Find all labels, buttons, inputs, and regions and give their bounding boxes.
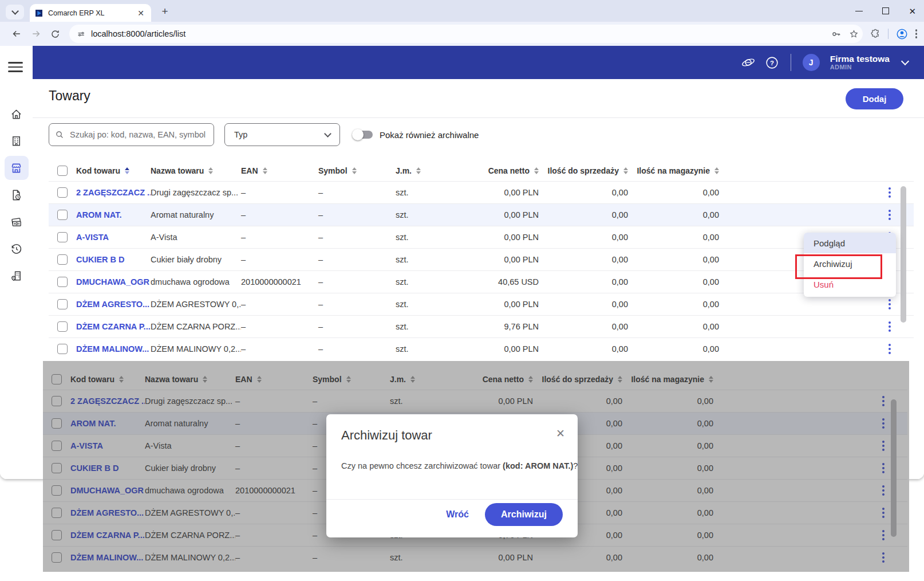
search-input[interactable] <box>69 129 208 140</box>
row-code-link[interactable]: A-VISTA <box>76 233 151 242</box>
row-ean: – <box>241 300 318 309</box>
header-qty-stock[interactable]: Ilość na magazynie <box>628 166 719 175</box>
table-row[interactable]: AROM NAT. Aromat naturalny – – szt. 0,00… <box>49 203 914 226</box>
tab-close-icon[interactable]: ✕ <box>135 8 147 18</box>
row-price: 0,00 PLN <box>456 210 539 219</box>
add-button[interactable]: Dodaj <box>846 88 903 109</box>
table-row[interactable]: DMUCHAWA_OGR dmuchawa ogrodowa 201000000… <box>49 270 914 293</box>
header-code[interactable]: Kod towaru <box>76 166 151 175</box>
extensions-puzzle-icon[interactable] <box>870 28 881 40</box>
header-price[interactable]: Cena netto <box>456 166 539 175</box>
building-icon <box>10 135 23 148</box>
new-tab-button[interactable]: + <box>158 5 172 18</box>
row-code-link[interactable]: 2 ZAGĘSZCZACZ ... <box>76 188 151 197</box>
row-qty-stock: 0,00 <box>628 344 719 354</box>
browser-tab-strip: Comarch ERP XL ✕ + ✕ <box>0 0 924 22</box>
header-unit[interactable]: J.m. <box>396 166 456 175</box>
table-row[interactable]: DŻEM CZARNA P... DŻEM CZARNA PORZ... – –… <box>49 315 914 337</box>
row-unit: szt. <box>396 210 456 219</box>
row-menu-icon[interactable] <box>889 299 891 309</box>
table-row[interactable]: 2 ZAGĘSZCZACZ ... Drugi zagęszczacz sp..… <box>49 181 914 203</box>
header-qty-sale[interactable]: Ilość do sprzedaży <box>539 166 628 175</box>
context-menu-preview[interactable]: Podgląd <box>804 233 896 253</box>
tab-search-button[interactable] <box>6 5 24 19</box>
sidebar-item-articles[interactable] <box>5 156 29 180</box>
sidebar-item-warehouses[interactable] <box>5 264 29 288</box>
type-select[interactable]: Typ <box>224 123 340 146</box>
user-avatar[interactable]: J <box>803 54 820 71</box>
table-scrollbar[interactable] <box>901 186 906 323</box>
table-row[interactable]: DŻEM AGRESTO... DŻEM AGRESTOWY 0,... – –… <box>49 293 914 315</box>
sidebar-item-documents[interactable] <box>5 183 29 207</box>
close-icon[interactable]: ✕ <box>556 427 565 440</box>
archived-toggle[interactable] <box>354 131 373 139</box>
row-code-link[interactable]: AROM NAT. <box>76 210 151 219</box>
window-minimize-button[interactable] <box>855 11 863 11</box>
bookmark-star-icon[interactable] <box>848 29 859 40</box>
window-maximize-button[interactable] <box>882 7 889 14</box>
row-symbol: – <box>318 210 396 219</box>
profile-avatar-icon[interactable] <box>895 28 909 41</box>
table-body: 2 ZAGĘSZCZACZ ... Drugi zagęszczacz sp..… <box>49 181 914 360</box>
password-key-icon[interactable] <box>831 29 842 40</box>
table-row[interactable]: DŻEM MALINOW... DŻEM MALINOWY 0,2... – –… <box>49 337 914 360</box>
back-button[interactable]: Wróć <box>446 509 469 520</box>
row-code-link[interactable]: DŻEM CZARNA P... <box>76 322 151 331</box>
row-checkbox[interactable] <box>57 277 68 287</box>
row-symbol: – <box>318 344 396 354</box>
search-input-box[interactable] <box>49 123 214 146</box>
table-row[interactable]: A-VISTA A-Vista – – szt. 0,00 PLN 0,00 0… <box>49 226 914 248</box>
row-checkbox[interactable] <box>57 210 68 220</box>
comarch-logo-icon[interactable] <box>741 55 756 70</box>
browser-tab[interactable]: Comarch ERP XL ✕ <box>30 4 151 22</box>
row-checkbox[interactable] <box>57 344 68 354</box>
row-checkbox[interactable] <box>57 299 68 309</box>
user-role: ADMIN <box>830 64 890 70</box>
row-checkbox[interactable] <box>57 321 68 332</box>
sidebar-item-company[interactable] <box>5 129 29 153</box>
row-unit: szt. <box>396 322 456 331</box>
chevron-down-icon[interactable] <box>901 57 909 65</box>
browser-menu-icon[interactable] <box>915 29 917 38</box>
row-qty-stock: 0,00 <box>628 210 719 219</box>
row-menu-icon[interactable] <box>889 210 891 220</box>
sidebar-item-finances[interactable] <box>5 210 29 234</box>
row-unit: szt. <box>396 188 456 197</box>
row-code-link[interactable]: DMUCHAWA_OGR <box>76 277 151 286</box>
row-code-link[interactable]: DŻEM AGRESTO... <box>76 300 151 309</box>
row-unit: szt. <box>396 233 456 242</box>
row-menu-icon[interactable] <box>889 321 891 332</box>
sidebar-item-history[interactable] <box>5 237 29 261</box>
reload-button[interactable] <box>50 29 61 40</box>
back-button[interactable] <box>11 28 22 40</box>
address-bar[interactable]: localhost:8000/articles/list <box>69 25 863 43</box>
row-checkbox[interactable] <box>57 254 68 265</box>
sort-icon <box>125 167 129 174</box>
search-icon <box>55 129 64 140</box>
row-checkbox[interactable] <box>57 232 68 242</box>
row-price: 9,76 PLN <box>456 322 539 331</box>
row-name: DŻEM AGRESTOWY 0,... <box>151 300 241 309</box>
row-checkbox[interactable] <box>57 187 68 198</box>
company-block[interactable]: Firma testowa ADMIN <box>830 54 890 70</box>
articles-table: Kod towaru Nazwa towaru EAN Symbol J.m. … <box>49 160 914 360</box>
row-menu-icon[interactable] <box>889 187 891 198</box>
window-close-button[interactable]: ✕ <box>909 7 916 15</box>
row-code-link[interactable]: CUKIER B D <box>76 255 151 264</box>
header-symbol[interactable]: Symbol <box>318 166 396 175</box>
row-menu-icon[interactable] <box>889 344 891 354</box>
header-ean[interactable]: EAN <box>241 166 318 175</box>
help-icon[interactable]: ? <box>765 56 779 70</box>
confirm-archive-button[interactable]: Archiwizuj <box>485 503 563 526</box>
table-row[interactable]: CUKIER B D Cukier biały drobny – – szt. … <box>49 248 914 270</box>
site-settings-icon[interactable] <box>76 29 86 39</box>
select-all-checkbox[interactable] <box>57 166 68 176</box>
header-name[interactable]: Nazwa towaru <box>151 166 241 175</box>
hamburger-menu-icon[interactable] <box>8 62 23 75</box>
sort-icon <box>534 167 539 174</box>
row-name: DŻEM CZARNA PORZ... <box>151 322 241 331</box>
sidebar-item-home[interactable] <box>5 102 29 126</box>
building-pin-icon <box>10 269 23 282</box>
row-code-link[interactable]: DŻEM MALINOW... <box>76 344 151 354</box>
forward-button[interactable] <box>30 28 42 40</box>
